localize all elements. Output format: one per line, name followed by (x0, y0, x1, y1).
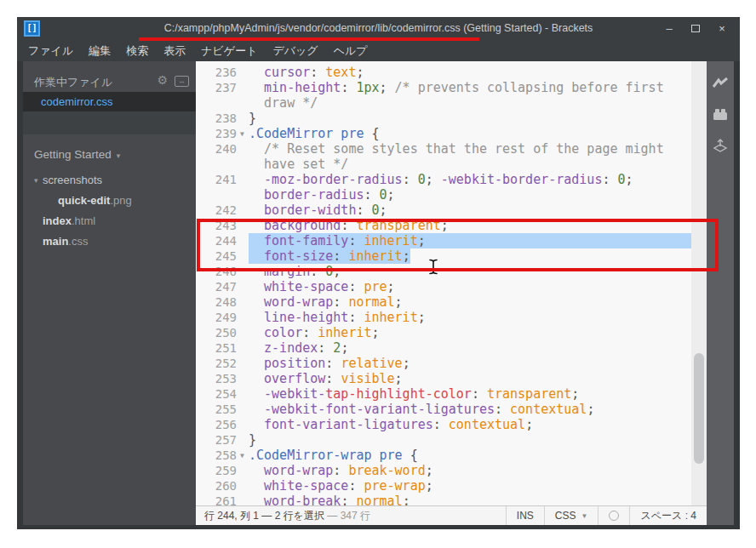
cursor-position-status: 行 244, 列 1 — 2 行を選択 — 347 行 (196, 509, 506, 523)
line-number-gutter: 248 (196, 294, 249, 310)
tree-file[interactable]: index.html (23, 211, 196, 231)
working-files-area (23, 111, 196, 134)
scrollbar-thumb[interactable] (694, 353, 704, 464)
language-selector[interactable]: CSS ▼ (544, 506, 598, 525)
fold-arrow-icon[interactable]: ▼ (237, 448, 248, 464)
code-line[interactable]: 241 -moz-border-radius: 0; -webkit-borde… (196, 172, 691, 187)
line-number-gutter: 255 (196, 402, 249, 417)
editor-column: 236 cursor: text;237 min-height: 1px; /*… (196, 61, 707, 525)
code-line[interactable]: draw */ (196, 95, 691, 111)
line-number-gutter: 236 (196, 65, 249, 80)
indent-setting[interactable]: スペース : 4 (629, 506, 707, 525)
file-extension: .html (72, 214, 95, 227)
line-number: 260 (215, 478, 237, 494)
code-line[interactable]: 249 line-height: inherit; (196, 310, 691, 325)
code-text: white-space: pre; (249, 279, 395, 294)
code-text: word-wrap: break-word; (249, 463, 433, 478)
code-line[interactable]: 238} (196, 111, 691, 126)
code-line[interactable]: 256 font-variant-ligatures: contextual; (196, 417, 691, 432)
code-line[interactable]: have set */ (196, 157, 691, 172)
code-line[interactable]: 248 word-wrap: normal; (196, 294, 691, 310)
code-line[interactable]: 239▼.CodeMirror pre { (196, 126, 691, 141)
tree-folder[interactable]: ▾screenshots (23, 170, 196, 191)
annotation-red-rectangle (197, 219, 719, 271)
minimize-button[interactable]: – (660, 20, 679, 37)
maximize-button[interactable] (686, 20, 705, 37)
line-number: 250 (215, 325, 237, 340)
gear-icon[interactable]: ⚙ (157, 74, 168, 86)
tree-file[interactable]: quick-edit.png (23, 191, 196, 211)
line-number-gutter: 238 (196, 111, 249, 126)
line-number-gutter (196, 187, 249, 203)
working-file-active[interactable]: codemirror.css (23, 92, 196, 111)
line-number: 251 (215, 340, 237, 356)
code-line[interactable]: 240 /* Reset some styles that the rest o… (196, 141, 691, 157)
code-text: -webkit-font-variant-ligatures: contextu… (249, 402, 594, 417)
menu-item[interactable]: デバッグ (265, 40, 325, 61)
menu-item[interactable]: 表示 (156, 40, 193, 61)
menu-item[interactable]: 検索 (118, 40, 156, 61)
code-line[interactable]: 236 cursor: text; (196, 65, 691, 80)
line-number-gutter (196, 95, 249, 111)
main-content: 作業中ファイル ⚙ ↔ codemirror.css Getting Start… (17, 61, 740, 525)
code-line[interactable]: 257} (196, 432, 691, 448)
menu-item[interactable]: ファイル (20, 40, 81, 61)
folder-disclosure-icon[interactable]: ▾ (34, 170, 38, 191)
code-line[interactable]: 252 position: relative; (196, 356, 691, 371)
code-line[interactable]: 261 word-break: normal; (196, 494, 691, 505)
code-line[interactable]: 242 border-width: 0; (196, 203, 691, 218)
code-text: } (249, 111, 256, 126)
line-number-gutter: 253 (196, 371, 249, 386)
split-view-icon[interactable]: ↔ (175, 76, 189, 87)
code-editor[interactable]: 236 cursor: text;237 min-height: 1px; /*… (196, 61, 707, 505)
project-dropdown[interactable]: Getting Started▾ (34, 148, 120, 161)
file-extension: .png (110, 194, 131, 207)
line-number-gutter: 254 (196, 386, 249, 402)
line-number-gutter: 240 (196, 141, 249, 157)
fold-arrow-icon[interactable]: ▼ (237, 127, 248, 142)
line-number: 255 (215, 402, 237, 417)
code-text: min-height: 1px; /* prevents collapsing … (249, 80, 664, 95)
code-line[interactable]: 253 overflow: visible; (196, 371, 691, 386)
title-bar[interactable]: [] C:/xampp/phpMyAdmin/js/vendor/codemir… (17, 17, 740, 40)
code-text: -moz-border-radius: 0; -webkit-border-ra… (249, 172, 633, 187)
line-number: 241 (215, 172, 237, 187)
code-text: have set */ (249, 157, 348, 172)
insert-mode-indicator[interactable]: INS (506, 506, 544, 525)
line-number: 256 (215, 417, 237, 432)
code-line[interactable]: 258▼.CodeMirror-wrap pre { (196, 448, 691, 463)
status-bar: 行 244, 列 1 — 2 行を選択 — 347 行 INS CSS ▼ スペ… (196, 505, 707, 525)
code-line[interactable]: 250 color: inherit; (196, 325, 691, 340)
project-name: Getting Started (34, 148, 112, 161)
line-number: 242 (215, 203, 237, 218)
code-line[interactable]: 260 white-space: pre-wrap; (196, 478, 691, 494)
annotation-red-underline (139, 37, 479, 41)
code-line[interactable]: 259 word-wrap: break-word; (196, 463, 691, 478)
code-line[interactable]: 237 min-height: 1px; /* prevents collaps… (196, 80, 691, 95)
live-preview-icon[interactable] (711, 73, 730, 92)
code-area[interactable]: 236 cursor: text;237 min-height: 1px; /*… (196, 61, 691, 505)
tree-file[interactable]: main.css (23, 231, 196, 252)
window-border-right (734, 61, 740, 525)
code-text: line-height: inherit; (249, 310, 426, 325)
maximize-icon (691, 25, 700, 32)
close-button[interactable]: × (713, 20, 731, 37)
menu-item[interactable]: ヘルプ (326, 40, 375, 61)
code-line[interactable]: 251 z-index: 2; (196, 340, 691, 356)
code-text: word-break: normal; (249, 494, 410, 505)
file-basename: quick-edit (58, 194, 110, 207)
layers-upload-icon[interactable] (711, 136, 730, 155)
code-line[interactable]: border-radius: 0; (196, 187, 691, 203)
vertical-scrollbar[interactable] (691, 61, 707, 505)
code-text: .CodeMirror-wrap pre { (249, 448, 418, 463)
menu-item[interactable]: ナビゲート (193, 40, 265, 61)
line-number-gutter: 237 (196, 80, 249, 95)
code-text: /* Reset some styles that the rest of th… (249, 141, 664, 157)
lint-status[interactable] (598, 506, 629, 525)
code-line[interactable]: 254 -webkit-tap-highlight-color: transpa… (196, 386, 691, 402)
line-number-gutter (196, 157, 249, 172)
menu-item[interactable]: 編集 (81, 40, 118, 61)
code-line[interactable]: 247 white-space: pre; (196, 279, 691, 294)
extension-manager-icon[interactable] (711, 105, 730, 123)
code-line[interactable]: 255 -webkit-font-variant-ligatures: cont… (196, 402, 691, 417)
